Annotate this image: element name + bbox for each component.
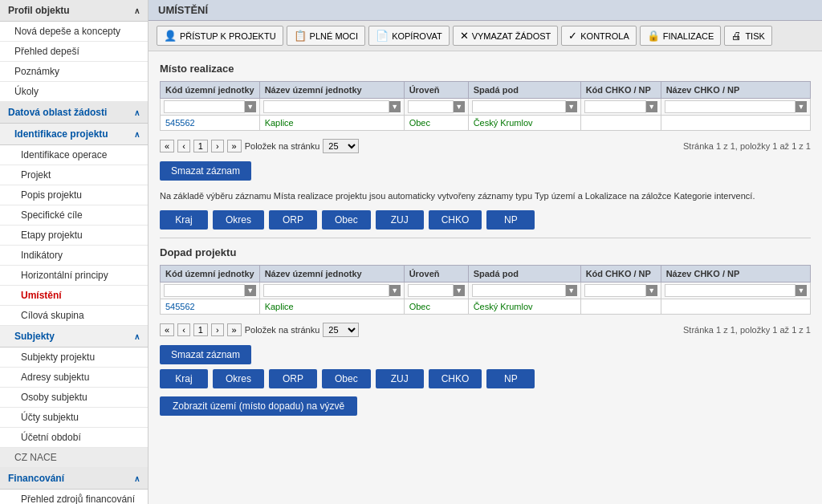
page-first-dp[interactable]: « — [160, 323, 174, 336]
btn-obec-mr[interactable]: Obec — [322, 210, 371, 230]
page-prev-dp[interactable]: ‹ — [177, 323, 190, 336]
btn-zobrazit-uzemi[interactable]: Zobrazit území (místo dopadu) na výzvě — [160, 396, 357, 416]
sidebar-item-specificke-cile[interactable]: Specifické cíle — [0, 205, 148, 226]
filter-nazev-mr[interactable] — [263, 100, 389, 113]
filter-btn-nazev-dp[interactable]: ▼ — [389, 285, 401, 296]
info-text-mr: Na základě výběru záznamu Místa realizac… — [160, 190, 811, 202]
main-content: UMÍSTĚNÍ 👤 PŘÍSTUP K PROJEKTU 📋 PLNÉ MOC… — [149, 0, 822, 504]
sidebar-item-projekt[interactable]: Projekt — [0, 165, 148, 185]
filter-uroven-mr[interactable] — [408, 100, 454, 113]
btn-okres-mr[interactable]: Okres — [213, 210, 264, 230]
sidebar-item-popis-projektu[interactable]: Popis projektu — [0, 185, 148, 205]
sidebar-item-subjekty-projektu[interactable]: Subjekty projektu — [0, 348, 148, 368]
btn-zuj-dp[interactable]: ZUJ — [376, 369, 424, 388]
filter-spada-dp[interactable] — [472, 284, 566, 297]
sidebar-item-ucty[interactable]: Účty subjektu — [0, 408, 148, 428]
sidebar-section-datova[interactable]: Datová oblast žádosti ∧ — [0, 102, 148, 124]
sidebar-section-identifikace[interactable]: Identifikace projektu ∧ — [0, 124, 148, 145]
filter-spada-mr[interactable] — [472, 100, 566, 113]
btn-orp-mr[interactable]: ORP — [269, 210, 317, 230]
btn-np-dp[interactable]: NP — [486, 369, 535, 388]
page-current-mr[interactable]: 1 — [193, 140, 208, 152]
sidebar-item-cilova-skupina[interactable]: Cílová skupina — [0, 306, 148, 326]
btn-kraj-mr[interactable]: Kraj — [160, 210, 208, 230]
btn-np-mr[interactable]: NP — [486, 210, 535, 230]
filter-kod-mr[interactable] — [164, 100, 245, 113]
btn-okres-dp[interactable]: Okres — [213, 369, 264, 388]
btn-zuj-mr[interactable]: ZUJ — [376, 210, 424, 230]
sidebar-item-indikatory[interactable]: Indikátory — [0, 246, 148, 266]
sidebar-section-financovani[interactable]: Financování ∧ — [0, 468, 148, 490]
filter-nazev-dp[interactable] — [263, 284, 389, 297]
btn-orp-dp[interactable]: ORP — [269, 369, 317, 388]
filter-btn-kodchko-dp[interactable]: ▼ — [646, 285, 657, 296]
page-current-dp[interactable]: 1 — [193, 323, 208, 336]
sidebar-item-poznamky[interactable]: Poznámky — [0, 62, 148, 82]
sidebar-item-osoby[interactable]: Osoby subjektu — [0, 388, 148, 408]
page-prev-mr[interactable]: ‹ — [177, 140, 190, 152]
filter-btn-spada-dp[interactable]: ▼ — [566, 285, 577, 296]
page-first-mr[interactable]: « — [160, 140, 174, 152]
filter-btn-kod-mr[interactable]: ▼ — [245, 101, 256, 112]
filter-btn-nazevchko-dp[interactable]: ▼ — [796, 285, 807, 296]
sidebar-item-ukoly[interactable]: Úkoly — [0, 82, 148, 102]
per-page-select-dp[interactable]: 25 50 100 — [323, 323, 359, 337]
col-header-nazev-mr: Název územní jednotky — [259, 82, 404, 99]
cell-kod-dp: 545562 — [161, 299, 260, 315]
filter-kodchko-dp[interactable] — [584, 284, 646, 297]
action-btns-dp: Kraj Okres ORP Obec ZUJ CHKO NP — [160, 369, 811, 388]
sidebar-section-profil[interactable]: Profil objektu ∧ — [0, 0, 148, 22]
sidebar-item-cz-nace[interactable]: CZ NACE — [0, 448, 148, 468]
per-page-select-mr[interactable]: 25 50 100 — [323, 139, 359, 153]
btn-smazat-dp[interactable]: Smazat záznam — [160, 345, 251, 364]
btn-obec-dp[interactable]: Obec — [322, 369, 371, 388]
filter-uroven-dp[interactable] — [408, 284, 454, 297]
filter-btn-nazev-mr[interactable]: ▼ — [389, 101, 401, 112]
sidebar-item-prehled-zdroju[interactable]: Přehled zdrojů financování — [0, 490, 148, 504]
filter-btn-kodchko-mr[interactable]: ▼ — [646, 101, 657, 112]
sidebar: Profil objektu ∧ Nová depeše a koncepty … — [0, 0, 149, 504]
sidebar-item-identifikace-operace[interactable]: Identifikace operace — [0, 145, 148, 165]
btn-plne-moci[interactable]: 📋 PLNÉ MOCI — [287, 26, 366, 46]
x-icon: ✕ — [460, 30, 469, 42]
sidebar-item-horizontalni[interactable]: Horizontální principy — [0, 266, 148, 286]
btn-chko-dp[interactable]: CHKO — [429, 369, 482, 388]
btn-chko-mr[interactable]: CHKO — [429, 210, 482, 230]
sidebar-section-datova-label: Datová oblast žádosti — [8, 107, 107, 118]
sidebar-item-ucetni-obdobi[interactable]: Účetní období — [0, 428, 148, 448]
filter-nazevchko-dp[interactable] — [665, 284, 796, 297]
btn-finalizace[interactable]: 🔒 FINALIZACE — [640, 26, 722, 46]
filter-btn-kod-dp[interactable]: ▼ — [245, 285, 256, 296]
btn-pristup[interactable]: 👤 PŘÍSTUP K PROJEKTU — [157, 26, 283, 46]
sidebar-item-etapy[interactable]: Etapy projektu — [0, 226, 148, 246]
page-last-mr[interactable]: » — [227, 140, 242, 152]
btn-tisk[interactable]: 🖨 TISK — [724, 26, 771, 46]
sidebar-item-umisteni[interactable]: Umístění — [0, 286, 148, 306]
sidebar-item-prehled-depesi[interactable]: Přehled depeší — [0, 42, 148, 62]
cell-nazevchko-mr — [661, 116, 810, 131]
copy-icon: 📄 — [376, 30, 389, 42]
filter-btn-nazevchko-mr[interactable]: ▼ — [796, 101, 807, 112]
btn-kopiovat[interactable]: 📄 KOPÍROVAT — [368, 26, 450, 46]
filter-btn-uroven-dp[interactable]: ▼ — [454, 285, 465, 296]
sidebar-item-adresy[interactable]: Adresy subjektu — [0, 368, 148, 388]
filter-kod-dp[interactable] — [164, 284, 245, 297]
page-last-dp[interactable]: » — [227, 323, 242, 336]
btn-vymazat[interactable]: ✕ VYMAZAT ŽÁDOST — [453, 26, 559, 46]
filter-btn-uroven-mr[interactable]: ▼ — [454, 101, 465, 112]
btn-smazat-mr[interactable]: Smazat záznam — [160, 161, 251, 181]
print-icon: 🖨 — [731, 30, 742, 42]
filter-btn-spada-mr[interactable]: ▼ — [566, 101, 577, 112]
page-next-dp[interactable]: › — [211, 323, 224, 336]
sidebar-item-nova-depese[interactable]: Nová depeše a koncepty — [0, 22, 148, 42]
sidebar-section-subjekty-label: Subjekty — [14, 331, 55, 342]
btn-kraj-dp[interactable]: Kraj — [160, 369, 208, 388]
misto-realizace-table: Kód územní jednotky Název územní jednotk… — [160, 81, 811, 131]
btn-kontrola[interactable]: ✓ KONTROLA — [561, 26, 637, 46]
sidebar-section-subjekty[interactable]: Subjekty ∧ — [0, 326, 148, 348]
filter-kodchko-mr[interactable] — [584, 100, 646, 113]
page-next-mr[interactable]: › — [211, 140, 224, 152]
cell-uroven-dp: Obec — [404, 299, 468, 315]
cell-spada-dp: Český Krumlov — [468, 299, 580, 315]
filter-nazevchko-mr[interactable] — [665, 100, 796, 113]
